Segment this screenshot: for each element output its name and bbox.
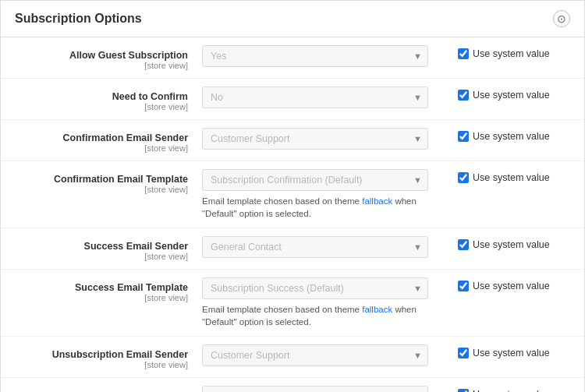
row-inner-unsubscription-email-template: Unsubscription Success (Default)▼ xyxy=(202,386,445,392)
row-inner-confirmation-email-sender: General ContactCustomer SupportSales Rep… xyxy=(202,128,445,150)
form-row-need-to-confirm: Need to Confirm[store view]YesNo▼Use sys… xyxy=(1,79,584,120)
select-success-email-template[interactable]: Subscription Success (Default) xyxy=(202,277,428,299)
row-inner-confirmation-email-template: Subscription Confirmation (Default)▼ xyxy=(202,169,445,191)
select-success-email-sender[interactable]: General ContactCustomer SupportSales Rep… xyxy=(202,236,428,258)
use-system-text-unsubscription-email-template: Use system value xyxy=(473,389,550,392)
control-col-confirmation-email-sender: General ContactCustomer SupportSales Rep… xyxy=(202,128,445,150)
section-title: Subscription Options xyxy=(15,12,142,26)
select-wrapper-allow-guest: YesNo▼ xyxy=(202,45,428,67)
control-col-confirmation-email-template: Subscription Confirmation (Default)▼Emai… xyxy=(202,169,445,220)
label-col-unsubscription-email-template: Unsubscription Email Template[store view… xyxy=(15,386,202,392)
form-row-success-email-sender: Success Email Sender[store view]General … xyxy=(1,228,584,270)
fallback-link[interactable]: fallback xyxy=(362,305,392,314)
control-col-need-to-confirm: YesNo▼ xyxy=(202,87,445,108)
select-wrapper-need-to-confirm: YesNo▼ xyxy=(202,87,428,108)
use-system-label-unsubscription-email-sender[interactable]: Use system value xyxy=(458,348,550,358)
field-label-unsubscription-email-sender: Unsubscription Email Sender xyxy=(15,349,188,360)
collapse-button[interactable]: ⊙ xyxy=(553,10,570,27)
use-system-text-need-to-confirm: Use system value xyxy=(473,90,550,101)
select-allow-guest[interactable]: YesNo xyxy=(202,45,428,67)
system-col-unsubscription-email-sender: Use system value xyxy=(445,344,570,358)
system-col-allow-guest: Use system value xyxy=(445,45,570,59)
section-header: Subscription Options ⊙ xyxy=(1,1,584,37)
use-system-text-success-email-sender: Use system value xyxy=(473,239,550,250)
use-system-label-success-email-template[interactable]: Use system value xyxy=(458,281,550,291)
use-system-checkbox-success-email-sender[interactable] xyxy=(458,239,469,250)
form-row-confirmation-email-sender: Confirmation Email Sender[store view]Gen… xyxy=(1,120,584,161)
use-system-text-allow-guest: Use system value xyxy=(473,48,550,59)
use-system-label-confirmation-email-template[interactable]: Use system value xyxy=(458,172,550,183)
field-label-confirmation-email-template: Confirmation Email Template xyxy=(15,174,188,185)
field-scope-allow-guest: [store view] xyxy=(15,61,188,70)
use-system-checkbox-unsubscription-email-sender[interactable] xyxy=(458,348,469,358)
label-col-allow-guest: Allow Guest Subscription[store view] xyxy=(15,45,202,70)
row-inner-allow-guest: YesNo▼ xyxy=(202,45,445,67)
use-system-label-need-to-confirm[interactable]: Use system value xyxy=(458,90,550,101)
use-system-checkbox-success-email-template[interactable] xyxy=(458,281,469,291)
field-label-allow-guest: Allow Guest Subscription xyxy=(15,50,188,61)
field-label-confirmation-email-sender: Confirmation Email Sender xyxy=(15,132,188,143)
field-scope-need-to-confirm: [store view] xyxy=(15,102,188,111)
field-scope-confirmation-email-sender: [store view] xyxy=(15,143,188,153)
use-system-label-unsubscription-email-template[interactable]: Use system value xyxy=(458,389,550,392)
system-col-success-email-sender: Use system value xyxy=(445,236,570,250)
select-wrapper-success-email-sender: General ContactCustomer SupportSales Rep… xyxy=(202,236,428,258)
form-row-success-email-template: Success Email Template[store view]Subscr… xyxy=(1,270,584,337)
select-wrapper-unsubscription-email-sender: General ContactCustomer SupportSales Rep… xyxy=(202,344,428,366)
select-confirmation-email-template[interactable]: Subscription Confirmation (Default) xyxy=(202,169,428,191)
use-system-text-success-email-template: Use system value xyxy=(473,281,550,291)
system-col-unsubscription-email-template: Use system value xyxy=(445,386,570,392)
system-col-confirmation-email-template: Use system value xyxy=(445,169,570,183)
select-need-to-confirm[interactable]: YesNo xyxy=(202,87,428,108)
row-inner-success-email-template: Subscription Success (Default)▼ xyxy=(202,277,445,299)
system-col-success-email-template: Use system value xyxy=(445,277,570,291)
select-wrapper-confirmation-email-template: Subscription Confirmation (Default)▼ xyxy=(202,169,428,191)
row-inner-success-email-sender: General ContactCustomer SupportSales Rep… xyxy=(202,236,445,258)
field-label-success-email-template: Success Email Template xyxy=(15,282,188,293)
use-system-checkbox-allow-guest[interactable] xyxy=(458,48,469,59)
fallback-link[interactable]: fallback xyxy=(362,196,392,206)
row-inner-need-to-confirm: YesNo▼ xyxy=(202,87,445,108)
use-system-checkbox-need-to-confirm[interactable] xyxy=(458,90,469,101)
system-col-confirmation-email-sender: Use system value xyxy=(445,128,570,142)
use-system-label-allow-guest[interactable]: Use system value xyxy=(458,48,550,59)
form-row-unsubscription-email-template: Unsubscription Email Template[store view… xyxy=(1,378,584,392)
control-col-allow-guest: YesNo▼ xyxy=(202,45,445,67)
field-label-success-email-sender: Success Email Sender xyxy=(15,241,188,252)
label-col-unsubscription-email-sender: Unsubscription Email Sender[store view] xyxy=(15,344,202,369)
form-row-confirmation-email-template: Confirmation Email Template[store view]S… xyxy=(1,161,584,228)
control-col-success-email-template: Subscription Success (Default)▼Email tem… xyxy=(202,277,445,328)
system-col-need-to-confirm: Use system value xyxy=(445,87,570,101)
select-wrapper-confirmation-email-sender: General ContactCustomer SupportSales Rep… xyxy=(202,128,428,150)
use-system-checkbox-confirmation-email-template[interactable] xyxy=(458,172,469,183)
select-confirmation-email-sender[interactable]: General ContactCustomer SupportSales Rep… xyxy=(202,128,428,150)
field-note-confirmation-email-template: Email template chosen based on theme fal… xyxy=(202,195,428,220)
field-label-need-to-confirm: Need to Confirm xyxy=(15,91,188,102)
select-wrapper-unsubscription-email-template: Unsubscription Success (Default)▼ xyxy=(202,386,428,392)
label-col-need-to-confirm: Need to Confirm[store view] xyxy=(15,87,202,111)
form-row-unsubscription-email-sender: Unsubscription Email Sender[store view]G… xyxy=(1,337,584,378)
control-col-success-email-sender: General ContactCustomer SupportSales Rep… xyxy=(202,236,445,258)
control-col-unsubscription-email-template: Unsubscription Success (Default)▼Email t… xyxy=(202,386,445,392)
label-col-success-email-sender: Success Email Sender[store view] xyxy=(15,236,202,261)
form-table: Allow Guest Subscription[store view]YesN… xyxy=(1,37,584,392)
use-system-checkbox-unsubscription-email-template[interactable] xyxy=(458,389,469,392)
use-system-label-success-email-sender[interactable]: Use system value xyxy=(458,239,550,250)
form-row-allow-guest: Allow Guest Subscription[store view]YesN… xyxy=(1,37,584,79)
select-unsubscription-email-sender[interactable]: General ContactCustomer SupportSales Rep… xyxy=(202,344,428,366)
use-system-text-confirmation-email-sender: Use system value xyxy=(473,131,550,142)
use-system-text-unsubscription-email-sender: Use system value xyxy=(473,348,550,358)
field-scope-unsubscription-email-sender: [store view] xyxy=(15,360,188,369)
control-col-unsubscription-email-sender: General ContactCustomer SupportSales Rep… xyxy=(202,344,445,366)
page-container: Subscription Options ⊙ Allow Guest Subsc… xyxy=(0,0,585,392)
field-scope-success-email-template: [store view] xyxy=(15,293,188,302)
use-system-checkbox-confirmation-email-sender[interactable] xyxy=(458,131,469,142)
label-col-success-email-template: Success Email Template[store view] xyxy=(15,277,202,302)
use-system-text-confirmation-email-template: Use system value xyxy=(473,172,550,183)
select-unsubscription-email-template[interactable]: Unsubscription Success (Default) xyxy=(202,386,428,392)
field-scope-success-email-sender: [store view] xyxy=(15,252,188,261)
use-system-label-confirmation-email-sender[interactable]: Use system value xyxy=(458,131,550,142)
field-note-success-email-template: Email template chosen based on theme fal… xyxy=(202,303,428,328)
label-col-confirmation-email-template: Confirmation Email Template[store view] xyxy=(15,169,202,194)
row-inner-unsubscription-email-sender: General ContactCustomer SupportSales Rep… xyxy=(202,344,445,366)
